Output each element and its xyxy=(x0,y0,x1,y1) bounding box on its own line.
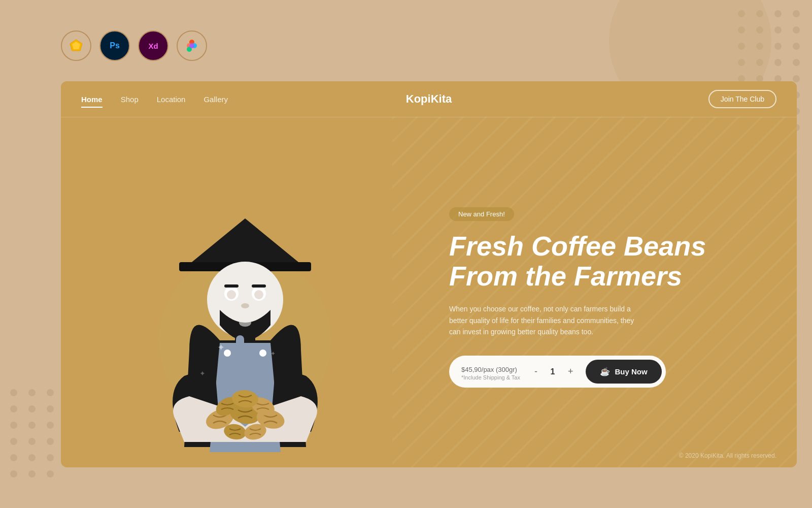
coffee-bean-icon: ☕ xyxy=(600,367,610,376)
svg-point-17 xyxy=(241,303,249,308)
xd-icon[interactable]: Xd xyxy=(138,30,168,61)
svg-rect-15 xyxy=(252,284,266,288)
hero-badge: New and Fresh! xyxy=(449,207,514,221)
svg-text:✦: ✦ xyxy=(217,342,225,353)
brand-kopi: Kopi xyxy=(406,92,431,105)
quantity-control: - 1 + xyxy=(530,364,578,379)
buy-now-label: Buy Now xyxy=(615,367,648,376)
purchase-widget: $45,90/pax (300gr) *Include Shipping & T… xyxy=(449,356,666,388)
hero-headline: Fresh Coffee Beans From the Farmers xyxy=(449,231,766,292)
decorative-dots-left xyxy=(10,389,56,478)
svg-rect-14 xyxy=(224,284,239,288)
brand-kita: Kita xyxy=(431,92,452,105)
price-unit: /pax (300gr) xyxy=(482,366,517,373)
svg-marker-7 xyxy=(189,218,301,264)
nav-location[interactable]: Location xyxy=(157,95,186,104)
photoshop-icon[interactable]: Ps xyxy=(99,30,130,61)
nav-links: Home Shop Location Gallery xyxy=(81,95,228,104)
farmer-illustration: ✦ ✦ ✦ xyxy=(149,163,342,467)
svg-point-21 xyxy=(259,350,266,357)
navbar: Home Shop Location Gallery KopiKita Join… xyxy=(61,81,797,117)
svg-rect-19 xyxy=(236,335,244,396)
figma-icon[interactable] xyxy=(177,30,207,61)
quantity-value: 1 xyxy=(548,367,558,376)
svg-point-12 xyxy=(227,290,236,299)
join-club-button[interactable]: Join The Club xyxy=(708,90,776,108)
svg-point-20 xyxy=(224,350,231,357)
buy-now-button[interactable]: ☕ Buy Now xyxy=(586,360,662,384)
content-area: ✦ ✦ ✦ New and Fresh! Fresh Coffee Beans … xyxy=(61,117,797,467)
tool-icons-bar: Ps Xd xyxy=(61,30,207,61)
price-block: $45,90/pax (300gr) *Include Shipping & T… xyxy=(461,363,520,380)
svg-point-16 xyxy=(239,319,251,327)
svg-point-13 xyxy=(254,290,263,299)
quantity-plus-button[interactable]: + xyxy=(564,364,578,379)
nav-divider xyxy=(61,117,797,117)
price-main: $45,90/pax (300gr) xyxy=(461,363,520,374)
headline-line1: Fresh Coffee Beans xyxy=(449,231,706,261)
svg-text:✦: ✦ xyxy=(199,369,206,377)
nav-home[interactable]: Home xyxy=(81,95,103,104)
sketch-icon[interactable] xyxy=(61,30,91,61)
price-amount: $45,90 xyxy=(461,366,482,373)
nav-gallery[interactable]: Gallery xyxy=(204,95,228,104)
headline-line2: From the Farmers xyxy=(449,261,682,291)
hero-description: When you choose our coffee, not only can… xyxy=(449,303,642,337)
text-area: New and Fresh! Fresh Coffee Beans From t… xyxy=(429,117,797,467)
nav-shop[interactable]: Shop xyxy=(121,95,139,104)
illustration-area: ✦ ✦ ✦ xyxy=(61,117,429,467)
svg-text:✦: ✦ xyxy=(270,350,276,357)
footer-copyright: © 2020 KopiKita. All rights reserved. xyxy=(679,452,776,459)
brand-logo: KopiKita xyxy=(406,92,452,106)
quantity-minus-button[interactable]: - xyxy=(530,364,542,379)
main-card: Home Shop Location Gallery KopiKita Join… xyxy=(61,81,797,467)
price-note: *Include Shipping & Tax xyxy=(461,374,520,380)
svg-point-6 xyxy=(189,43,194,48)
